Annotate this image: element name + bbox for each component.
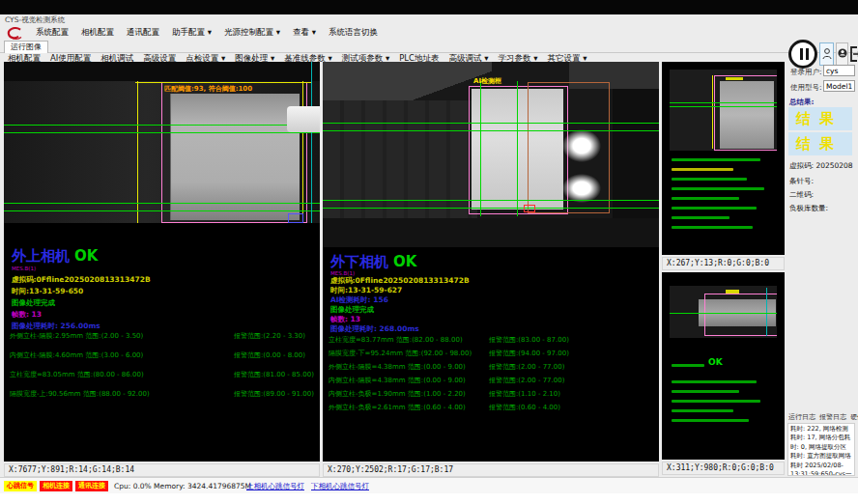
text-line-decoration bbox=[672, 168, 733, 171]
measure-row: 内侧立柱-隔膜:4.60mm 范围:(3.00 - 6.00)报警范围:(0.0… bbox=[10, 350, 320, 360]
menu-item-light-control-config[interactable]: 光源控制配置 ▾ bbox=[224, 27, 280, 39]
baseline-green bbox=[670, 313, 777, 314]
menu-item-camera-config[interactable]: 相机配置 bbox=[81, 27, 114, 39]
mes-subline: MES.B(1) bbox=[12, 266, 36, 271]
camera-name: 外下相机 bbox=[330, 253, 388, 270]
center-camera-image[interactable]: AI检测框 bbox=[323, 62, 659, 247]
menu-bar: 系统配置 相机配置 通讯配置 助手配置 ▾ 光源控制配置 ▾ 查看 ▾ 系统语言… bbox=[0, 25, 858, 41]
label-mark-yellow bbox=[726, 290, 739, 294]
title-bar bbox=[0, 0, 858, 14]
text-line-decoration bbox=[672, 400, 760, 403]
text-line-decoration bbox=[672, 197, 739, 200]
measure-row: 隔膜宽度-下=95.24mm 范围:(92.00 - 98.00)报警范围:(9… bbox=[329, 349, 659, 358]
text-line-decoration bbox=[672, 187, 764, 190]
log-text: 耗时: 222, 网络检测耗时: 17, 网络分包耗时: 0, 网络提取分区耗时… bbox=[790, 425, 851, 476]
thumb-top-image bbox=[670, 70, 777, 151]
measure-line-yellow-right bbox=[302, 81, 303, 223]
user-login-button[interactable] bbox=[819, 42, 834, 66]
user-manage-button[interactable] bbox=[836, 42, 848, 66]
login-user-label: 登录用户: bbox=[790, 68, 822, 77]
text-line-decoration bbox=[672, 390, 739, 393]
menu-item-view[interactable]: 查看 ▾ bbox=[293, 27, 316, 39]
label-mark-yellow bbox=[726, 77, 743, 80]
thumb-top-coordinate-bar: X:267;Y:13;R:0;G:0;B:0 bbox=[662, 257, 785, 270]
virtual-code-line: 虚拟码:0Ffline2025020813313472B bbox=[330, 276, 470, 286]
log-tab-alarm[interactable]: 报警日志 bbox=[819, 412, 846, 422]
measure-line-yellow-left bbox=[137, 81, 138, 223]
lower-camera-heartbeat-link[interactable]: 下相机心跳信号灯 bbox=[311, 482, 369, 491]
app-logo-icon bbox=[6, 26, 23, 40]
exit-button[interactable] bbox=[849, 42, 858, 67]
user-filled-icon bbox=[838, 47, 847, 61]
threshold-overlay-label: 匹配阈值:93, 符合阈值:100 bbox=[164, 84, 252, 94]
text-line-decoration bbox=[672, 419, 749, 422]
measure-row: 内侧立柱-负极=1.90mm 范围:(1.00 - 2.20)报警范围:(1.1… bbox=[329, 389, 659, 399]
machine-bottom-decoration bbox=[323, 218, 659, 247]
needle-number-label: 条针号: bbox=[789, 177, 814, 186]
log-tab-strip: 运行日志 报警日志 硬件日志 bbox=[788, 412, 856, 422]
baseline-green bbox=[323, 208, 659, 209]
login-user-input[interactable] bbox=[823, 65, 855, 76]
baseline-green bbox=[323, 130, 659, 131]
measure-row: 隔膜宽度-上:90.56mm 范围:(88.00 - 92.00)报警范围:(8… bbox=[10, 389, 320, 399]
measure-row: 外侧立柱-隔膜=4.38mm 范围:(0.00 - 9.00)报警范围:(2.0… bbox=[329, 362, 659, 372]
measure-row: 立柱宽度=83.05mm 范围:(80.00 - 86.00)报警范围:(81.… bbox=[10, 370, 320, 379]
baseline-green bbox=[4, 125, 320, 126]
text-line-decoration bbox=[672, 207, 757, 210]
model-input[interactable] bbox=[823, 80, 855, 92]
upper-camera-heartbeat-link[interactable]: 上相机心跳信号灯 bbox=[246, 482, 304, 491]
comm-connect-status-badge: 通讯连接 bbox=[75, 481, 108, 491]
text-line-decoration bbox=[672, 409, 733, 412]
text-line-decoration bbox=[672, 380, 757, 383]
log-text-area[interactable]: 耗时: 222, 网络检测耗时: 17, 网络分包耗时: 0, 网络提取分区耗时… bbox=[787, 423, 855, 476]
camera-result-title: 外下相机OK bbox=[330, 253, 416, 271]
bottom-strip bbox=[0, 493, 858, 504]
menu-item-system-config[interactable]: 系统配置 bbox=[36, 27, 69, 39]
cpu-memory-status: Cpu: 0.0% Memory: 3424.41796875M bbox=[114, 482, 251, 490]
measure-line-green-v bbox=[480, 81, 481, 216]
process-done-line: 图像处理完成 bbox=[12, 298, 55, 308]
log-tab-run[interactable]: 运行日志 bbox=[788, 412, 815, 422]
glare-spot bbox=[562, 129, 601, 162]
roi-box-blue-small bbox=[288, 213, 303, 223]
measure-row: 内侧立柱-隔膜=4.38mm 范围:(0.00 - 9.00)报警范围:(2.0… bbox=[329, 376, 659, 385]
text-line-decoration bbox=[672, 216, 729, 219]
measure-line-teal bbox=[311, 62, 312, 223]
process-elapsed-line: 图像处理耗时: 268.00ms bbox=[330, 324, 419, 334]
tab-run-image[interactable]: 运行图像 bbox=[4, 41, 48, 53]
status-bar: 心跳信号 相机连接 通讯连接 Cpu: 0.0% Memory: 3424.41… bbox=[0, 477, 858, 494]
window-title: CYS-视觉检测系统 bbox=[5, 15, 65, 25]
result-box-1: 结果 bbox=[788, 107, 852, 130]
baseline-green bbox=[323, 200, 659, 201]
frame-count-line: 帧数: 13 bbox=[12, 310, 42, 320]
connector-part bbox=[287, 106, 320, 132]
user-icon bbox=[822, 47, 832, 61]
baseline-green bbox=[4, 210, 320, 211]
ai-box-overlay-label: AI检测框 bbox=[473, 76, 501, 86]
pause-button[interactable] bbox=[788, 40, 817, 69]
measure-row: 外侧立柱-负极=2.61mm 范围:(0.60 - 4.00)报警范围:(0.6… bbox=[329, 403, 659, 412]
log-tab-hardware[interactable]: 硬件日志 bbox=[850, 412, 858, 422]
glare-spot bbox=[562, 174, 601, 203]
menu-item-comm-config[interactable]: 通讯配置 bbox=[127, 27, 159, 39]
result-ok-badge: OK bbox=[74, 247, 98, 265]
thumb-bottom-panel[interactable]: OK bbox=[662, 272, 785, 460]
process-elapsed-line: 图像处理耗时: 256.00ms bbox=[12, 322, 100, 331]
menu-item-language-switch[interactable]: 系统语言切换 bbox=[329, 27, 378, 39]
camera-connect-status-badge: 相机连接 bbox=[40, 481, 72, 491]
menu-item-assistant-config[interactable]: 助手配置 ▾ bbox=[172, 27, 212, 39]
virtual-code-label: 虚拟码: 20250208 bbox=[789, 161, 853, 171]
measure-row: 立柱宽度=83.77mm 范围:(82.00 - 88.00)报警范围:(83.… bbox=[329, 335, 659, 345]
text-line-decoration bbox=[672, 158, 760, 161]
left-camera-image[interactable]: 匹配阈值:93, 符合阈值:100 bbox=[4, 62, 320, 223]
app-window: CYS-视觉检测系统 系统配置 相机配置 通讯配置 助手配置 ▾ 光源控制配置 … bbox=[0, 0, 858, 504]
result-ok-badge: OK bbox=[393, 253, 416, 270]
process-done-line: 图像处理完成 bbox=[330, 305, 374, 315]
baseline-green bbox=[323, 123, 659, 124]
machine-top-decoration bbox=[4, 62, 320, 81]
measure-line-green-v bbox=[517, 81, 518, 216]
measure-line-yellow-top bbox=[135, 82, 311, 83]
ai-elapsed-line: AI检测耗时: 156 bbox=[330, 295, 388, 305]
time-line: 时间:13-31-59-650 bbox=[12, 287, 83, 296]
thumb-top-panel[interactable] bbox=[662, 62, 785, 255]
